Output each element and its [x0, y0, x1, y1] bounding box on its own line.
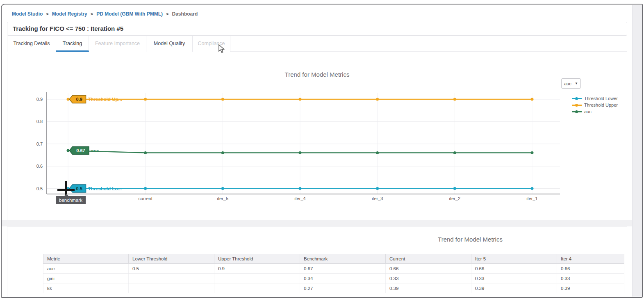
- table-cell: 0.34: [300, 274, 386, 283]
- tab-bar: Tracking DetailsTrackingFeature Importan…: [7, 36, 627, 52]
- legend-swatch-icon: [572, 98, 582, 99]
- data-point-marker[interactable]: [376, 98, 379, 101]
- table-cell: 0.39: [386, 283, 471, 293]
- legend-dot-icon: [575, 104, 578, 107]
- x-axis-tick-label: current: [139, 196, 152, 201]
- legend-item-auc[interactable]: auc: [572, 108, 618, 115]
- tab-compliance: Compliance: [193, 36, 230, 52]
- series-threshold-lower: [67, 187, 534, 190]
- data-point-marker[interactable]: [530, 187, 533, 190]
- breadcrumb-item-model-registry[interactable]: Model Registry: [52, 11, 87, 17]
- table-row-gini: gini0.340.330.330.33: [43, 274, 624, 283]
- data-point-marker[interactable]: [298, 98, 301, 101]
- scrollbar-track[interactable]: [632, 5, 642, 297]
- table-cell: 0.67: [300, 264, 386, 274]
- data-point-marker[interactable]: [298, 151, 301, 154]
- series-inline-label: Threshold Up...: [88, 97, 123, 102]
- legend-label: Threshold Upper: [584, 103, 618, 107]
- x-axis-tick-label: iter_1: [526, 196, 538, 201]
- column-header-current: Current: [386, 254, 471, 264]
- data-point-marker[interactable]: [221, 151, 224, 154]
- table-row-auc: auc0.50.90.670.660.660.66: [43, 264, 624, 274]
- data-point-marker[interactable]: [376, 151, 379, 154]
- data-point-marker[interactable]: [144, 187, 147, 190]
- tab-tracking-details[interactable]: Tracking Details: [7, 36, 56, 52]
- page-title: Tracking for FICO <= 750 : Iteration #5: [7, 22, 627, 35]
- y-axis-tick-label: 0.8: [36, 119, 43, 124]
- page-title-box: Tracking for FICO <= 750 : Iteration #5: [7, 22, 627, 36]
- breadcrumb-separator-icon: >: [166, 11, 168, 16]
- x-axis-tick-label: iter_5: [217, 196, 229, 201]
- legend-dot-icon: [575, 110, 578, 113]
- data-point-marker[interactable]: [221, 187, 224, 190]
- table-cell: 0.5: [129, 264, 214, 274]
- table-cell: 0.66: [386, 264, 471, 274]
- legend-label: Threshold Lower: [584, 96, 618, 101]
- breadcrumb-separator-icon: >: [46, 11, 48, 16]
- data-label-value: 0.67: [76, 148, 85, 153]
- breadcrumb-item-model-studio[interactable]: Model Studio: [12, 11, 43, 17]
- table-cell: gini: [43, 274, 129, 283]
- data-point-marker[interactable]: [376, 187, 379, 190]
- table-cell: 0.39: [557, 283, 624, 293]
- data-point-marker[interactable]: [453, 98, 456, 101]
- series-threshold-upper: [67, 98, 534, 101]
- column-header-upper-threshold: Upper Threshold: [214, 254, 300, 264]
- chart-legend: Threshold LowerThreshold Upperauc: [572, 95, 618, 115]
- breadcrumb: Model Studio>Model Registry>PD Model (GB…: [12, 10, 198, 17]
- table-cell: 0.33: [471, 274, 557, 283]
- column-header-lower-threshold: Lower Threshold: [129, 254, 214, 264]
- column-header-benchmark: Benchmark: [300, 254, 386, 264]
- table-card: Trend for Model Metrics MetricLower Thre…: [7, 226, 627, 297]
- data-point-marker[interactable]: [530, 98, 533, 101]
- x-axis-tick-label: iter_2: [449, 196, 461, 201]
- table-row-ks: ks0.270.390.390.39: [43, 283, 624, 293]
- table-cell: 0.9: [214, 264, 300, 274]
- legend-item-threshold-upper[interactable]: Threshold Upper: [572, 102, 618, 108]
- table-cell: 0.27: [300, 283, 386, 293]
- legend-swatch-icon: [572, 111, 582, 112]
- data-point-marker[interactable]: [144, 98, 147, 101]
- table-cell: [129, 283, 214, 293]
- y-axis-tick-label: 0.6: [36, 164, 43, 169]
- table-title: Trend for Model Metrics: [347, 236, 593, 243]
- data-label-value: 0.5: [76, 186, 82, 191]
- data-point-marker[interactable]: [221, 98, 224, 101]
- data-label-value: 0.9: [76, 97, 82, 102]
- data-point-marker[interactable]: [298, 187, 301, 190]
- data-point-marker[interactable]: [453, 187, 456, 190]
- data-point-marker[interactable]: [530, 151, 533, 154]
- chart-card: Trend for Model Metrics auc ▼ Threshold …: [7, 54, 627, 220]
- legend-label: auc: [584, 109, 592, 114]
- legend-item-threshold-lower[interactable]: Threshold Lower: [572, 95, 618, 102]
- tab-tracking[interactable]: Tracking: [56, 36, 89, 52]
- data-point-marker[interactable]: [144, 151, 147, 154]
- legend-swatch-icon: [572, 105, 582, 106]
- data-point-marker[interactable]: [453, 151, 456, 154]
- breadcrumb-item-pd-model-gbm-with-pmml[interactable]: PD Model (GBM With PMML): [96, 11, 163, 17]
- table-cell: 0.33: [557, 274, 624, 283]
- x-axis-tick-label: iter_4: [294, 196, 306, 201]
- tab-feature-importance: Feature Importance: [89, 36, 146, 52]
- table-cell: [214, 274, 300, 283]
- column-header-metric: Metric: [43, 254, 129, 264]
- legend-dot-icon: [575, 97, 578, 100]
- metrics-table: MetricLower ThresholdUpper ThresholdBenc…: [43, 254, 624, 293]
- table-header: MetricLower ThresholdUpper ThresholdBenc…: [43, 254, 624, 264]
- tab-model-quality[interactable]: Model Quality: [146, 36, 193, 52]
- table-cell: [129, 274, 214, 283]
- series-inline-label: Threshold Lo...: [88, 186, 122, 191]
- column-header-iter-5: Iter 5: [471, 254, 557, 264]
- app-window: Model Studio>Model Registry>PD Model (GB…: [0, 0, 644, 299]
- column-header-iter-4: Iter 4: [557, 254, 624, 264]
- trend-line-chart[interactable]: 0.90.80.70.60.5benchmarkcurrentiter_5ite…: [7, 54, 628, 221]
- breadcrumb-item-dashboard: Dashboard: [172, 11, 198, 17]
- table-cell: [214, 283, 300, 293]
- table-cell: 0.66: [557, 264, 624, 274]
- y-axis-tick-label: 0.9: [36, 97, 43, 102]
- table-cell: 0.39: [471, 283, 557, 293]
- breadcrumb-separator-icon: >: [91, 11, 93, 16]
- table-cell: auc: [43, 264, 129, 274]
- card-gap: [2, 220, 632, 226]
- table-cell: ks: [43, 283, 129, 293]
